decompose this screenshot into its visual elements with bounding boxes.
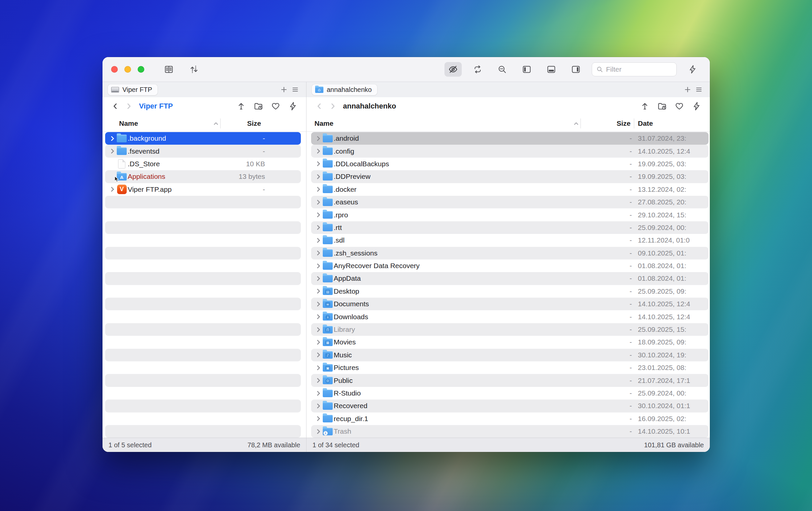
file-row-anyrecover-data-recovery[interactable]: AnyRecover Data Recovery-01.08.2024, 01: (311, 259, 708, 272)
close-window-button[interactable] (111, 66, 118, 73)
file-row-public[interactable]: ⊙Public-21.07.2024, 17:1 (311, 374, 708, 387)
recent-folders-button[interactable] (253, 100, 264, 112)
parent-folder-button[interactable] (235, 100, 247, 112)
file-row--sdl[interactable]: .sdl-12.11.2024, 01:0 (311, 234, 708, 247)
file-row-downloads[interactable]: ↓Downloads-14.10.2025, 12:4 (311, 310, 708, 323)
disclosure-chevron-icon[interactable] (313, 302, 322, 306)
tab-menu-button[interactable] (290, 84, 301, 95)
right-pane-tab[interactable]: annahalchenko (312, 84, 377, 95)
filter-input[interactable] (606, 65, 672, 73)
favorites-button[interactable] (270, 100, 282, 112)
disclosure-chevron-icon[interactable] (107, 137, 116, 140)
search-button[interactable] (494, 62, 511, 77)
disclosure-chevron-icon[interactable] (313, 417, 322, 420)
file-row--ddpreview[interactable]: .DDPreview-19.09.2025, 03: (311, 170, 708, 183)
disclosure-chevron-icon[interactable] (313, 264, 322, 268)
current-path[interactable]: Viper FTP (139, 102, 173, 111)
log-view-button[interactable] (160, 62, 177, 77)
left-pane-tab[interactable]: Viper FTP (108, 84, 157, 95)
layout-right-panel-button[interactable] (567, 62, 584, 77)
file-row-trash[interactable]: ↓Trash-14.10.2025, 10:1 (311, 425, 708, 438)
favorites-button[interactable] (673, 100, 685, 112)
disclosure-chevron-icon[interactable] (313, 277, 322, 280)
column-name[interactable]: Name (315, 119, 334, 127)
column-size[interactable]: Size (581, 119, 634, 127)
file-row--docker[interactable]: .docker-13.12.2024, 02: (311, 183, 708, 196)
disclosure-chevron-icon[interactable] (313, 378, 322, 382)
file-row--zsh-sessions[interactable]: .zsh_sessions-09.10.2025, 01: (311, 247, 708, 259)
empty-row (105, 297, 301, 310)
file-row-recovered[interactable]: Recovered-30.10.2024, 01:1 (311, 399, 708, 412)
hamburger-icon (291, 86, 299, 93)
file-row-documents[interactable]: ≡Documents-14.10.2025, 12:4 (311, 297, 708, 310)
file-row--ddlocalbackups[interactable]: .DDLocalBackups-19.09.2025, 03: (311, 158, 708, 170)
disclosure-chevron-icon[interactable] (313, 137, 322, 140)
file-row-applications[interactable]: AApplications13 bytes (105, 170, 301, 183)
folder-icon (322, 249, 334, 257)
forward-button[interactable] (327, 100, 338, 112)
file-row-recup-dir-1[interactable]: recup_dir.1-16.09.2025, 02: (311, 413, 708, 425)
disclosure-chevron-icon[interactable] (313, 213, 322, 217)
disclosure-chevron-icon[interactable] (313, 226, 322, 229)
file-row--rtt[interactable]: .rtt-25.09.2024, 00: (311, 221, 708, 234)
column-name[interactable]: Name (119, 119, 138, 127)
file-row-appdata[interactable]: AppData-01.08.2024, 01: (311, 272, 708, 285)
forward-button[interactable] (123, 100, 134, 112)
parent-folder-button[interactable] (639, 100, 651, 112)
layout-bottom-panel-button[interactable] (543, 62, 560, 77)
disclosure-chevron-icon[interactable] (313, 162, 322, 166)
add-tab-button[interactable] (682, 84, 693, 95)
disclosure-chevron-icon[interactable] (313, 340, 322, 344)
file-row-r-studio[interactable]: R-Studio-25.09.2024, 00: (311, 387, 708, 399)
toggle-hidden-files-button[interactable] (444, 62, 462, 77)
tab-label: annahalchenko (327, 86, 372, 93)
back-button[interactable] (110, 100, 121, 112)
file-row--config[interactable]: .config-14.10.2025, 12:4 (311, 145, 708, 157)
file-row--android[interactable]: .android-31.07.2024, 23: (311, 132, 708, 145)
file-row--rpro[interactable]: .rpro-29.10.2024, 15: (311, 208, 708, 221)
disclosure-chevron-icon[interactable] (313, 366, 322, 370)
sync-browse-button[interactable] (469, 62, 486, 77)
file-row--background[interactable]: .background- (105, 132, 301, 145)
disclosure-chevron-icon[interactable] (313, 200, 322, 204)
file-row-pictures[interactable]: ▣Pictures-23.01.2025, 08: (311, 361, 708, 374)
file-row--easeus[interactable]: .easeus-27.08.2025, 20: (311, 196, 708, 208)
file-row-desktop[interactable]: ▤Desktop-25.09.2025, 09: (311, 285, 708, 297)
disclosure-chevron-icon[interactable] (313, 315, 322, 318)
disclosure-chevron-icon[interactable] (313, 175, 322, 178)
disclosure-chevron-icon[interactable] (313, 289, 322, 293)
disclosure-chevron-icon[interactable] (107, 149, 116, 153)
pane-actions-button[interactable] (287, 100, 299, 112)
disclosure-chevron-icon[interactable] (313, 430, 322, 433)
transfers-button[interactable] (185, 62, 203, 77)
column-size[interactable]: Size (221, 119, 264, 127)
pane-actions-button[interactable] (691, 100, 702, 112)
add-tab-button[interactable] (278, 84, 290, 95)
disclosure-chevron-icon[interactable] (313, 328, 322, 332)
disclosure-chevron-icon[interactable] (313, 149, 322, 153)
disclosure-chevron-icon[interactable] (313, 404, 322, 408)
quick-actions-button[interactable] (684, 62, 701, 77)
file-row-library[interactable]: ΠLibrary-25.09.2025, 15: (311, 323, 708, 336)
disclosure-chevron-icon[interactable] (313, 188, 322, 191)
layout-left-panel-button[interactable] (518, 62, 535, 77)
file-row--fseventsd[interactable]: .fseventsd- (105, 145, 301, 157)
disclosure-chevron-icon[interactable] (313, 238, 322, 242)
disclosure-chevron-icon[interactable] (313, 353, 322, 357)
current-path[interactable]: annahalchenko (343, 102, 396, 111)
disclosure-chevron-icon[interactable] (313, 251, 322, 255)
file-row-viper-ftp-app[interactable]: VViper FTP.app- (105, 183, 301, 196)
minimize-window-button[interactable] (124, 66, 131, 73)
file-row-music[interactable]: ♪Music-30.10.2024, 19: (311, 349, 708, 361)
filter-field[interactable] (592, 62, 677, 76)
column-date[interactable]: Date (634, 119, 710, 127)
file-name: .android (334, 134, 596, 142)
file-row-movies[interactable]: ▦Movies-18.09.2025, 09: (311, 336, 708, 348)
tab-menu-button[interactable] (693, 84, 704, 95)
disclosure-chevron-icon[interactable] (107, 188, 116, 191)
file-row--ds-store[interactable]: .DS_Store10 KB (105, 158, 301, 170)
recent-folders-button[interactable] (656, 100, 668, 112)
disclosure-chevron-icon[interactable] (313, 392, 322, 395)
fullscreen-window-button[interactable] (138, 66, 144, 73)
back-button[interactable] (314, 100, 325, 112)
